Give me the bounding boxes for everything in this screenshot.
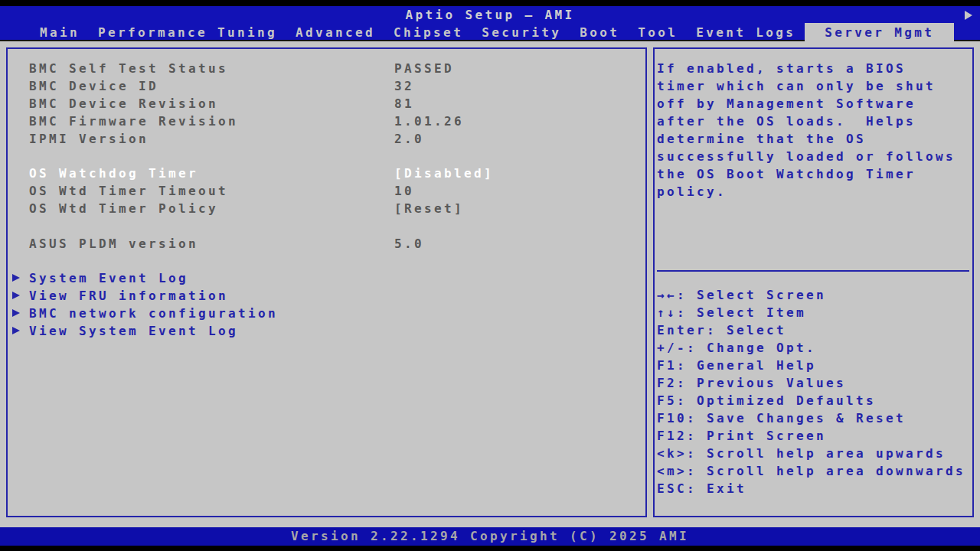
info-label: ASUS PLDM version [29,235,394,253]
setting-row[interactable]: OS Watchdog Timer[Disabled] [8,165,645,182]
hotkey-line: →←: Select Screen [657,286,972,304]
version-bar: Version 2.22.1294 Copyright (C) 2025 AMI [0,527,980,546]
menu-tab-label: Chipset [394,25,463,40]
menu-tab[interactable]: Security [472,23,570,40]
hotkey-line: F12: Print Screen [657,427,972,445]
header-bar: Aptio Setup – AMI Main Performance Tunin… [0,6,980,41]
menu-tab[interactable]: Chipset [384,23,472,40]
submenu-arrow-icon [12,327,20,334]
options-panel: BMC Self Test StatusPASSED BMC Device ID… [6,47,647,517]
info-row: BMC Device Revision81 [8,95,645,112]
menu-tab[interactable]: Event Logs [687,23,805,40]
hotkey-line: +/-: Change Opt. [657,339,972,357]
info-value: 2.0 [394,132,424,146]
hotkey-line: F2: Previous Values [657,374,972,392]
info-value: PASSED [394,61,454,76]
submenu-item[interactable]: View FRU information [8,287,645,305]
menu-tab[interactable]: Advanced [286,23,384,40]
info-label: BMC Device Revision [29,95,394,112]
submenu-label: System Event Log [29,271,188,285]
info-value: 1.01.26 [394,114,464,129]
info-label: BMC Firmware Revision [29,112,394,130]
info-value: 5.0 [394,236,424,251]
setting-row[interactable]: OS Wtd Timer Policy[Reset] [8,200,645,217]
hotkey-line: <m>: Scroll help area downwards [657,462,972,480]
setting-label: OS Wtd Timer Timeout [29,182,394,200]
hotkey-line: F1: General Help [657,357,972,374]
setting-label: OS Watchdog Timer [29,165,394,182]
info-value: 81 [394,96,414,111]
submenu-arrow-icon [12,309,20,317]
info-row: ASUS PLDM version5.0 [8,235,645,253]
menu-tab[interactable]: Server Mgmt [805,23,954,43]
info-row: BMC Self Test StatusPASSED [8,60,645,77]
hotkey-line: F5: Optimized Defaults [657,392,972,409]
info-row: BMC Device ID32 [8,77,645,95]
menu-tab-label: Advanced [296,25,375,40]
submenu-item[interactable]: BMC network configuration [8,305,645,322]
menu-tab[interactable]: Boot [570,23,629,40]
menu-tab-label: Boot [580,25,619,40]
hotkey-line: Enter: Select [657,321,972,339]
submenu-arrow-icon [12,292,20,299]
help-divider [657,270,969,272]
info-value: 32 [394,79,414,93]
menu-tab-label: Server Mgmt [825,25,934,40]
help-description: If enabled, starts a BIOS timer which ca… [655,49,972,201]
pldm-info-list: ASUS PLDM version5.0 [8,235,645,253]
hotkey-line: ↑↓: Select Item [657,304,972,321]
watchdog-settings-list: OS Watchdog Timer[Disabled] OS Wtd Timer… [8,165,645,217]
setting-value: [Reset] [394,201,464,216]
setting-value: [Disabled] [394,166,494,181]
submenu-label: BMC network configuration [29,306,278,321]
menu-overflow-right-icon[interactable] [965,11,972,20]
submenu-arrow-icon [12,274,20,282]
hotkey-line: F10: Save Changes & Reset [657,409,972,427]
submenu-item[interactable]: System Event Log [8,269,645,287]
info-label: IPMI Version [29,130,394,148]
menu-tab[interactable]: Main [31,23,89,40]
submenu-label: View System Event Log [29,324,238,338]
help-panel: If enabled, starts a BIOS timer which ca… [653,47,974,517]
hotkey-line: ESC: Exit [657,480,972,497]
menu-tab-label: Performance Tuning [98,25,277,40]
menu-tab-label: Tool [638,25,678,40]
info-label: BMC Device ID [29,77,394,95]
setting-row[interactable]: OS Wtd Timer Timeout10 [8,182,645,200]
menu-tab-label: Main [40,25,80,40]
menu-tab-label: Event Logs [696,25,795,40]
hotkey-line: <k>: Scroll help area upwards [657,445,972,462]
info-row: IPMI Version2.0 [8,130,645,148]
info-label: BMC Self Test Status [29,60,394,77]
bios-setup-screen: { "colors": { "bar_blue": "#1212b6", "ve… [0,0,980,551]
menu-bar: Main Performance Tuning Advanced Chipset… [0,23,980,40]
hotkey-legend: →←: Select Screen ↑↓: Select Item Enter:… [657,286,972,497]
menu-tab[interactable]: Tool [629,23,687,40]
menu-tab-label: Security [482,25,561,40]
menu-tab[interactable]: Performance Tuning [89,23,286,40]
page-title: Aptio Setup – AMI [0,6,980,23]
info-row: BMC Firmware Revision1.01.26 [8,112,645,130]
submenu-label: View FRU information [29,289,228,303]
submenu-item[interactable]: View System Event Log [8,322,645,340]
setting-label: OS Wtd Timer Policy [29,200,394,217]
setting-value: 10 [394,184,414,198]
bmc-info-list: BMC Self Test StatusPASSED BMC Device ID… [8,60,645,148]
submenu-list: System Event Log View FRU information BM… [8,269,645,340]
